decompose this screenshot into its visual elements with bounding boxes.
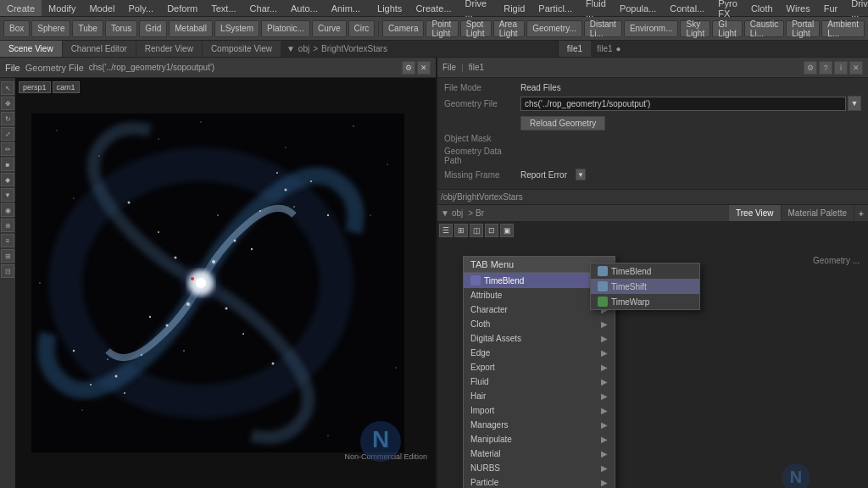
menu-char[interactable]: Char...: [243, 0, 284, 16]
menu-popula[interactable]: Popula...: [613, 0, 663, 16]
toolbar-torus[interactable]: Torus: [105, 20, 137, 37]
add-tab-btn[interactable]: +: [854, 205, 868, 221]
tool-5[interactable]: ⊕: [1, 219, 14, 232]
menu-create2[interactable]: Create...: [409, 0, 458, 16]
toolbar-lsystem[interactable]: LSystem: [214, 20, 259, 37]
geometry-file-browse[interactable]: ▼: [848, 96, 861, 111]
tool-1[interactable]: ■: [1, 158, 14, 171]
missing-frame-dropdown[interactable]: ▼: [576, 169, 586, 180]
tab-material-palette[interactable]: Material Palette: [782, 205, 854, 221]
submenu-timeblend[interactable]: TimeBlend: [591, 263, 699, 279]
node-sub-breadcrumb[interactable]: ▼ obj > Br: [437, 208, 487, 218]
menu-modify[interactable]: Modify: [42, 0, 82, 16]
settings-icon[interactable]: ⚙: [402, 61, 415, 75]
tab-composite-view[interactable]: Composite View: [203, 41, 281, 57]
menu-cloth[interactable]: Cloth: [744, 0, 780, 16]
context-menu-item-edge[interactable]: Edge ▶: [464, 346, 615, 360]
menu-drive[interactable]: Drive ...: [459, 0, 494, 16]
toolbar-portallight[interactable]: Portal Light: [786, 20, 820, 37]
context-menu-item-import[interactable]: Import ▶: [464, 403, 615, 418]
tool-rotate[interactable]: ↻: [1, 112, 14, 125]
reload-geometry-btn[interactable]: Reload Geometry: [520, 116, 605, 130]
tab-channel-editor[interactable]: Channel Editor: [63, 41, 136, 57]
toolbar-platonic[interactable]: Platonic...: [261, 20, 310, 37]
menu-wires[interactable]: Wires: [780, 0, 817, 16]
context-menu-item-export[interactable]: Export ▶: [464, 360, 615, 374]
context-menu-item-particle[interactable]: Particle ▶: [464, 475, 615, 488]
canvas-tool-2[interactable]: ⊞: [454, 224, 468, 237]
tool-scale[interactable]: ⤢: [1, 127, 14, 141]
context-menu-item-digitalassets[interactable]: Digital Assets ▶: [464, 331, 615, 346]
context-menu-item-nurbs[interactable]: NURBS ▶: [464, 461, 615, 475]
menu-create[interactable]: Create: [0, 0, 42, 16]
geometry-file-input[interactable]: [520, 97, 846, 111]
context-menu-item-fluid[interactable]: Fluid ▶: [464, 374, 615, 389]
toolbar-tube[interactable]: Tube: [72, 20, 103, 37]
toolbar-circ[interactable]: Circ: [348, 20, 376, 37]
toolbar-spotlight[interactable]: Spot Light: [460, 20, 492, 37]
toolbar-skylight[interactable]: Sky Light: [680, 20, 710, 37]
tool-edit[interactable]: ✏: [1, 142, 14, 156]
menu-drive2[interactable]: Drive ...: [844, 0, 868, 16]
toolbar-curve[interactable]: Curve: [312, 20, 347, 37]
node-canvas[interactable]: ☰ ⊞ ◫ ⊡ ▣ file1 Geometry ... TAB Menu: [437, 222, 868, 488]
context-menu-item-material[interactable]: Material ▶: [464, 446, 615, 461]
right-help-icon[interactable]: ?: [819, 61, 832, 75]
context-menu-item-hair[interactable]: Hair ▶: [464, 389, 615, 403]
canvas-tool-4[interactable]: ⊡: [485, 224, 498, 237]
toolbar-distantlight[interactable]: Distant Li...: [584, 20, 622, 37]
menu-anim[interactable]: Anim...: [325, 0, 367, 16]
toolbar-camera[interactable]: Camera: [382, 20, 425, 37]
tool-move[interactable]: ✥: [1, 97, 14, 110]
toolbar-metaball[interactable]: Metaball: [169, 20, 213, 37]
tool-2[interactable]: ◆: [1, 173, 14, 186]
toolbar-caustic[interactable]: Caustic Li...: [744, 20, 784, 37]
toolbar-ambient[interactable]: Ambient L...: [821, 20, 865, 37]
menu-conta[interactable]: Contal...: [663, 0, 711, 16]
toolbar-geometry[interactable]: Geometry...: [526, 20, 582, 37]
menu-auto[interactable]: Auto...: [284, 0, 325, 16]
tab-scene-view[interactable]: Scene View: [0, 41, 63, 57]
right-info-icon[interactable]: i: [834, 61, 848, 75]
canvas-tool-1[interactable]: ☰: [439, 224, 453, 237]
menu-fur[interactable]: Fur: [817, 0, 845, 16]
cam-btn[interactable]: cam1: [53, 81, 80, 93]
right-settings-icon[interactable]: ⚙: [804, 61, 817, 75]
persp-btn[interactable]: persp1: [19, 81, 51, 93]
menu-pyro[interactable]: Pyro FX: [711, 0, 744, 16]
menu-model[interactable]: Model: [82, 0, 121, 16]
menu-fluid[interactable]: Fluid ...: [579, 0, 613, 16]
tool-6[interactable]: ≡: [1, 234, 14, 247]
tool-select[interactable]: ↖: [1, 81, 14, 95]
submenu-timewarp[interactable]: TimeWarp: [591, 294, 699, 309]
toolbar-arealight[interactable]: Area Light: [493, 20, 525, 37]
context-menu-item-manipulate[interactable]: Manipulate ▶: [464, 432, 615, 446]
viewport[interactable]: ↖ ✥ ↻ ⤢ ✏ ■ ◆ ▼ ◉ ⊕ ≡ ⊞ ⊡ persp1 cam1: [0, 78, 436, 488]
canvas-tool-3[interactable]: ◫: [470, 224, 483, 237]
menu-deform[interactable]: Deform: [160, 0, 204, 16]
menu-text[interactable]: Text...: [204, 0, 242, 16]
submenu-timeshift[interactable]: TimeShift: [591, 279, 699, 294]
toolbar-gilight[interactable]: GI Light: [712, 20, 743, 37]
tool-4[interactable]: ◉: [1, 203, 14, 217]
toolbar-environ[interactable]: Environm...: [624, 20, 679, 37]
menu-rigid[interactable]: Rigid: [497, 0, 531, 16]
tab-tree-view[interactable]: Tree View: [729, 205, 781, 221]
menu-poly[interactable]: Poly...: [121, 0, 160, 16]
tab-render-view[interactable]: Render View: [136, 41, 203, 57]
canvas-tool-5[interactable]: ▣: [500, 224, 514, 237]
menu-particle[interactable]: Particl...: [531, 0, 579, 16]
close-icon-left[interactable]: ✕: [417, 61, 431, 75]
toolbar-box[interactable]: Box: [3, 20, 30, 37]
toolbar-grid[interactable]: Grid: [139, 20, 167, 37]
toolbar-sphere[interactable]: Sphere: [31, 20, 70, 37]
right-close-icon[interactable]: ✕: [849, 61, 863, 75]
tab-file-right[interactable]: file1: [559, 41, 592, 57]
tool-8[interactable]: ⊡: [1, 264, 14, 278]
tool-3[interactable]: ▼: [1, 188, 14, 202]
toolbar-pointlight[interactable]: Point Light: [426, 20, 458, 37]
tool-7[interactable]: ⊞: [1, 249, 14, 263]
context-menu-item-cloth[interactable]: Cloth ▶: [464, 317, 615, 331]
menu-lights[interactable]: Lights: [370, 0, 409, 16]
context-menu-item-managers[interactable]: Managers ▶: [464, 418, 615, 432]
